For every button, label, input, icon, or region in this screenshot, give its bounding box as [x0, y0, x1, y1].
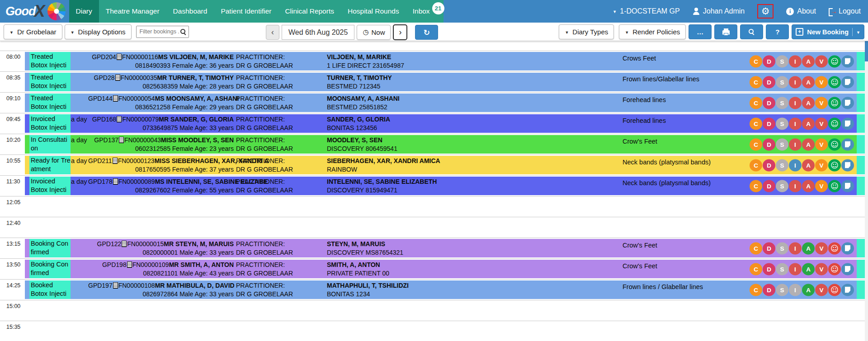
- time-slot-08:00[interactable]: 08:00TreatedBotox InjectiGPD204FN0000011…: [0, 51, 868, 71]
- new-booking-button[interactable]: New Booking: [792, 24, 864, 39]
- badge-d[interactable]: D: [763, 180, 775, 192]
- smiley-badge[interactable]: ☺: [828, 159, 841, 171]
- badge-i[interactable]: I: [789, 55, 802, 67]
- note-badge[interactable]: [841, 263, 854, 275]
- nav-diary[interactable]: Diary: [69, 0, 99, 23]
- nav-patient-identifier[interactable]: Patient Identifier: [214, 0, 278, 23]
- badge-c[interactable]: C: [750, 159, 762, 171]
- smiley-badge[interactable]: ☺: [828, 242, 841, 254]
- time-slot-10:20[interactable]: 10:20In Consultationa dayGPD137FN0000004…: [0, 134, 868, 154]
- badge-i[interactable]: I: [789, 180, 802, 192]
- badge-a[interactable]: A: [802, 284, 815, 296]
- badge-a[interactable]: A: [802, 117, 815, 130]
- badge-d[interactable]: D: [763, 97, 775, 109]
- badge-v[interactable]: V: [815, 117, 828, 130]
- new-booking-caret[interactable]: [852, 28, 860, 36]
- more-options-button[interactable]: …: [689, 24, 712, 39]
- badge-d[interactable]: D: [763, 159, 775, 171]
- badge-a[interactable]: A: [802, 242, 815, 254]
- badge-i[interactable]: I: [789, 117, 802, 130]
- badge-i[interactable]: I: [789, 284, 802, 296]
- badge-v[interactable]: V: [815, 76, 828, 88]
- vertical-scrollbar[interactable]: [865, 41, 868, 341]
- diary-types-button[interactable]: Diary Types: [559, 24, 614, 39]
- nav-hospital-rounds[interactable]: Hospital Rounds: [341, 0, 406, 23]
- badge-a[interactable]: A: [802, 97, 815, 109]
- document-icon[interactable]: [115, 75, 120, 81]
- time-slot-15:35[interactable]: 15:35: [0, 321, 868, 341]
- badge-s[interactable]: S: [776, 117, 788, 130]
- badge-c[interactable]: C: [750, 117, 762, 130]
- badge-d[interactable]: D: [763, 263, 775, 275]
- display-options-button[interactable]: Display Options: [65, 24, 132, 39]
- note-badge[interactable]: [841, 117, 854, 130]
- badge-d[interactable]: D: [763, 55, 775, 67]
- now-button[interactable]: Now: [357, 25, 391, 40]
- smiley-badge[interactable]: ☺: [828, 97, 841, 109]
- badge-s[interactable]: S: [776, 284, 788, 296]
- next-day-button[interactable]: [393, 24, 407, 40]
- badge-a[interactable]: A: [802, 263, 815, 275]
- badge-s[interactable]: S: [776, 242, 788, 254]
- badge-a[interactable]: A: [802, 76, 815, 88]
- refresh-button[interactable]: [415, 25, 438, 40]
- badge-s[interactable]: S: [776, 263, 788, 275]
- badge-c[interactable]: C: [750, 284, 762, 296]
- badge-s[interactable]: S: [776, 138, 788, 150]
- note-badge[interactable]: [841, 242, 854, 254]
- badge-v[interactable]: V: [815, 263, 828, 275]
- smiley-badge[interactable]: ☺: [828, 284, 841, 296]
- document-icon[interactable]: [122, 241, 127, 247]
- smiley-badge[interactable]: ☺: [828, 263, 841, 275]
- badge-v[interactable]: V: [815, 97, 828, 109]
- nav-clinical-reports[interactable]: Clinical Reports: [278, 0, 341, 23]
- time-slot-08:35[interactable]: 08:35TreatedBotox InjectiGPD28FN00000035…: [0, 71, 868, 92]
- badge-v[interactable]: V: [815, 180, 828, 192]
- print-button[interactable]: [714, 24, 737, 39]
- user-menu[interactable]: Johan Admin: [693, 7, 745, 15]
- badge-i[interactable]: I: [789, 242, 802, 254]
- render-policies-button[interactable]: Render Policies: [619, 24, 686, 39]
- badge-c[interactable]: C: [750, 97, 762, 109]
- time-slot-13:15[interactable]: 13:15Booking ConfirmedGPD122FN00000015MR…: [0, 238, 868, 258]
- badge-s[interactable]: S: [776, 76, 788, 88]
- booking-row[interactable]: InvoicedBotox Injectia dayGPD178FN000000…: [25, 177, 865, 195]
- document-icon[interactable]: [117, 54, 122, 60]
- booking-row[interactable]: Booking ConfirmedGPD198FN00000109MR SMIT…: [25, 260, 865, 278]
- document-icon[interactable]: [127, 262, 132, 268]
- badge-d[interactable]: D: [763, 242, 775, 254]
- badge-i[interactable]: I: [789, 159, 802, 171]
- badge-s[interactable]: S: [776, 180, 788, 192]
- booking-row[interactable]: BookedBotox InjectiGPD197FN00000108MR MA…: [25, 280, 865, 299]
- filter-bookings-input[interactable]: [139, 28, 180, 35]
- badge-v[interactable]: V: [815, 284, 828, 296]
- booking-row[interactable]: In Consultationa dayGPD137FN00000043MISS…: [25, 135, 865, 154]
- badge-i[interactable]: I: [789, 76, 802, 88]
- badge-i[interactable]: I: [789, 263, 802, 275]
- booking-row[interactable]: Booking ConfirmedGPD122FN00000015MR STEY…: [25, 239, 865, 257]
- smiley-badge[interactable]: ☺: [828, 76, 841, 88]
- document-icon[interactable]: [113, 95, 118, 102]
- badge-c[interactable]: C: [750, 242, 762, 254]
- note-badge[interactable]: [841, 159, 854, 171]
- badge-c[interactable]: C: [750, 263, 762, 275]
- note-badge[interactable]: [841, 180, 854, 192]
- practice-selector[interactable]: 1-DOCSTEAM GP: [613, 7, 679, 15]
- badge-i[interactable]: I: [789, 97, 802, 109]
- smiley-badge[interactable]: ☺: [828, 55, 841, 67]
- booking-row[interactable]: Ready for Treatmenta dayGPD211FN00000123…: [25, 156, 865, 174]
- badge-s[interactable]: S: [776, 55, 788, 67]
- settings-button-highlighted[interactable]: [757, 4, 774, 19]
- badge-a[interactable]: A: [802, 180, 815, 192]
- badge-d[interactable]: D: [763, 117, 775, 130]
- nav-theatre-manager[interactable]: Theatre Manager: [99, 0, 166, 23]
- badge-d[interactable]: D: [763, 284, 775, 296]
- badge-a[interactable]: A: [802, 138, 815, 150]
- time-slot-09:45[interactable]: 09:45InvoicedBotox Injectia dayGPD168FN0…: [0, 113, 868, 134]
- date-display[interactable]: Wed 6th Aug 2025: [282, 25, 354, 40]
- badge-v[interactable]: V: [815, 242, 828, 254]
- time-slot-12:05[interactable]: 12:05: [0, 196, 868, 217]
- badge-v[interactable]: V: [815, 159, 828, 171]
- booking-row[interactable]: TreatedBotox InjectiGPD144FN00000054MS M…: [25, 93, 865, 112]
- badge-c[interactable]: C: [750, 180, 762, 192]
